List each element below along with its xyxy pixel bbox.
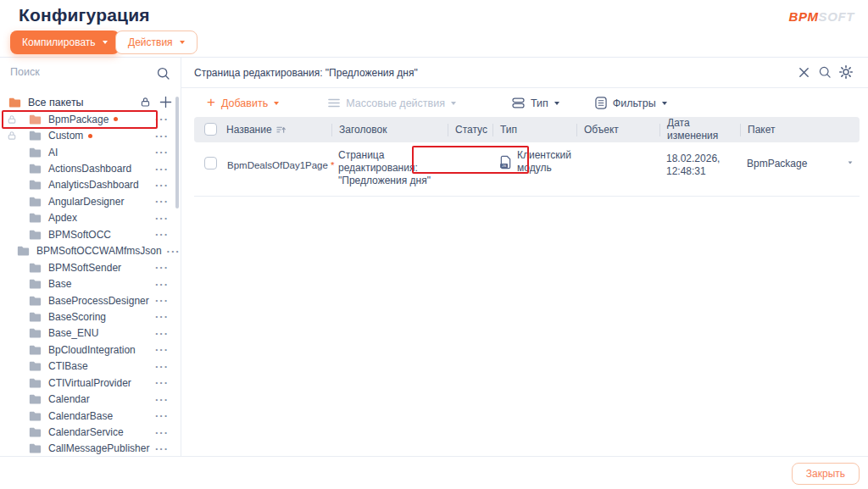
row-checkbox[interactable] [204,157,217,169]
package-menu-button[interactable] [150,228,181,241]
add-button[interactable]: + Добавить [202,96,284,110]
package-row[interactable]: BPMSoftSender [0,259,181,275]
column-name-label: Название [226,124,272,136]
column-object[interactable]: Объект [576,124,659,136]
package-menu-button[interactable] [150,393,181,406]
package-name: Custom [48,130,83,142]
package-row[interactable]: AI [0,144,181,160]
package-row[interactable]: Base [0,275,181,292]
packages-sidebar: Все пакеты BpmPackage Custom [0,58,181,456]
package-name: BpmPackage [48,114,108,125]
package-row[interactable]: CallMessagePublisher [0,441,181,456]
chevron-down-icon [662,102,667,105]
package-row[interactable]: BpCloudIntegration [0,342,181,358]
column-type-label: Тип [500,124,517,136]
column-name[interactable]: Название [220,124,331,136]
package-menu-button[interactable] [150,442,181,455]
package-name: AI [48,147,58,158]
package-name: BPMSoftSender [48,262,121,274]
column-modified-date[interactable]: Дата изменения [659,124,740,136]
add-package-button[interactable] [159,96,172,108]
package-menu-button[interactable] [162,245,181,258]
chevron-down-icon [554,102,559,105]
search-input[interactable] [8,65,144,79]
gear-icon[interactable] [839,65,853,79]
package-row[interactable]: CalendarService [0,424,181,440]
package-menu-button[interactable] [150,343,181,356]
package-row[interactable]: CTIBase [0,358,181,375]
package-list: BpmPackage Custom AI ActionsDashboard [0,111,181,456]
column-type[interactable]: Тип [492,124,576,136]
lock-icon [7,114,29,125]
all-packages-row[interactable]: Все пакеты [0,92,181,112]
package-row[interactable]: BpmPackage [0,111,181,127]
column-title[interactable]: Заголовок [331,124,448,136]
type-filter-button[interactable]: Тип [507,97,565,110]
package-name: ActionsDashboard [48,163,131,175]
package-name: CalendarBase [48,410,113,422]
package-row[interactable]: ActionsDashboard [0,160,181,176]
column-status[interactable]: Статус [448,124,492,136]
row-dropdown-icon[interactable] [849,161,853,164]
package-menu-button[interactable] [150,212,181,225]
install-package-icon[interactable] [140,97,151,108]
sidebar-scrollbar[interactable] [175,97,179,208]
package-row[interactable]: CalendarBase [0,408,181,424]
folder-icon [29,230,42,240]
chevron-down-icon [451,102,456,105]
package-menu-button[interactable] [150,376,181,389]
cell-package: BpmPackage [740,149,860,170]
search-icon[interactable] [156,66,170,81]
package-menu-button[interactable] [150,426,181,439]
package-menu-button[interactable] [150,310,181,323]
table-row[interactable]: BpmDealsOfDay1Page* Страница редактирова… [194,142,860,197]
column-package[interactable]: Пакет [740,124,860,136]
lock-icon [7,131,29,141]
package-name: CTIVirtualProvider [48,377,131,389]
package-row[interactable]: Custom [0,127,181,143]
toolbar: + Добавить Массовые действия Тип Фильтры [181,89,868,117]
package-row[interactable]: BPMSoftOCCWAMfmsJson [0,243,181,259]
column-modified-date-label: Дата изменения [667,117,740,142]
package-row[interactable]: BaseScoring [0,308,181,325]
package-menu-button[interactable] [150,409,181,422]
compile-button[interactable]: Компилировать [10,31,120,54]
close-button[interactable]: Закрыть [792,463,860,485]
package-menu-button[interactable] [150,261,181,274]
package-menu-button[interactable] [150,294,181,307]
filters-button[interactable]: Фильтры [590,96,672,110]
package-name: Calendar [48,393,90,405]
layers-icon [512,97,525,108]
package-search-row [0,58,181,90]
select-all-checkbox[interactable] [204,123,217,136]
folder-icon [29,427,42,437]
package-menu-button[interactable] [150,278,181,291]
package-row[interactable]: BPMSoftOCC [0,226,181,242]
cell-name[interactable]: BpmDealsOfDay1Page* [220,149,331,171]
chevron-down-icon [180,41,185,44]
package-row[interactable]: Calendar [0,391,181,407]
add-button-label: Добавить [221,97,268,109]
cell-type: JS Клиентский модуль [492,149,576,175]
brand-logo-soft: SOFT [819,9,854,24]
clear-filter-icon[interactable] [798,65,810,79]
column-status-label: Статус [455,124,487,136]
package-row[interactable]: CTIVirtualProvider [0,375,181,391]
folder-icon [29,328,42,338]
package-menu-button[interactable] [150,360,181,373]
package-row[interactable]: AngularDesigner [0,193,181,209]
search-icon[interactable] [818,65,832,79]
svg-text:JS: JS [502,164,506,168]
package-name: Apdex [48,212,77,224]
bulk-actions-button: Массовые действия [323,97,461,110]
package-row[interactable]: AnalyticsDashboard [0,177,181,193]
package-name: BaseProcessDesigner [48,295,149,307]
hamburger-icon [328,98,340,108]
folder-icon [8,97,21,108]
package-row[interactable]: Apdex [0,210,181,226]
actions-button[interactable]: Действия [115,31,198,54]
package-row[interactable]: BaseProcessDesigner [0,292,181,308]
type-filter-label: Тип [531,97,548,109]
package-menu-button[interactable] [150,327,181,340]
package-row[interactable]: Base_ENU [0,325,181,342]
